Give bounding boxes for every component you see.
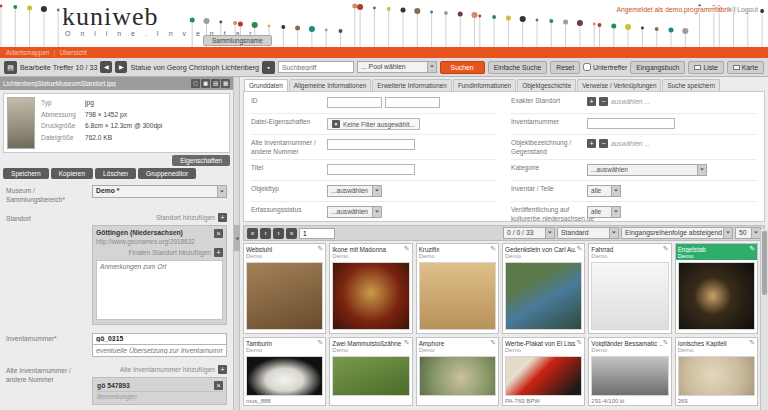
tab-erweiterte-informationen[interactable]: Erweiterte Informationen: [372, 79, 452, 91]
layout-select[interactable]: Standard: [557, 227, 619, 239]
next-record-button[interactable]: ▶: [115, 61, 127, 73]
edit-pencil-icon[interactable]: ✎: [317, 339, 323, 347]
edit-pencil-icon[interactable]: ✎: [317, 245, 323, 253]
objektbezeichnung-search-value[interactable]: auswählen ...: [611, 140, 650, 147]
tab-fundinformationen[interactable]: Fundinformationen: [453, 79, 516, 91]
inventar-teile-select[interactable]: alle: [587, 185, 621, 197]
inventarnummer-translation-input[interactable]: [92, 345, 227, 357]
nav-link-uebersicht[interactable]: Übersicht: [59, 49, 86, 56]
previous-record-button[interactable]: ◀: [100, 61, 112, 73]
tab-grunddaten[interactable]: Grunddaten: [244, 79, 288, 91]
properties-button[interactable]: Eigenschaften: [172, 155, 230, 166]
geonames-link[interactable]: http://www.geonames.org/2918632: [96, 238, 223, 245]
tab-suche-speichern[interactable]: Suche speichern: [662, 79, 720, 91]
add-final-standort-button[interactable]: +: [214, 248, 223, 257]
next-page-button[interactable]: ›: [273, 228, 284, 239]
pool-select[interactable]: ... Pool wählen: [357, 61, 437, 73]
search-options-icon[interactable]: ▪: [262, 61, 275, 74]
rotate-icon[interactable]: ◻: [191, 79, 200, 88]
remove-icon[interactable]: −: [599, 139, 608, 148]
result-card[interactable]: Engelstab ✎ Demo: [675, 243, 758, 334]
previous-page-button[interactable]: ‹: [260, 228, 271, 239]
edit-pencil-icon[interactable]: ✎: [576, 245, 582, 253]
tab-objektgeschichte[interactable]: Objektgeschichte: [517, 79, 576, 91]
card-image[interactable]: [419, 262, 496, 330]
group-editor-button[interactable]: Gruppeneditor: [138, 168, 196, 179]
card-image[interactable]: [505, 356, 582, 396]
inventarnummer-search-input[interactable]: [587, 118, 675, 129]
delete-button[interactable]: Löschen: [95, 168, 136, 179]
first-page-button[interactable]: «: [247, 228, 258, 239]
card-image[interactable]: [246, 356, 323, 396]
edit-pencil-icon[interactable]: ✎: [490, 339, 496, 347]
result-card[interactable]: Zwei Mammutstoßzähne ✎ Demo: [329, 337, 412, 406]
subhits-checkbox[interactable]: [583, 63, 591, 71]
edit-pencil-icon[interactable]: ✎: [749, 339, 755, 347]
remove-icon[interactable]: −: [599, 97, 608, 106]
alte-nummer-search-input[interactable]: [327, 139, 415, 150]
id-from-input[interactable]: [327, 97, 382, 108]
card-image[interactable]: [591, 356, 668, 396]
page-number-input[interactable]: [299, 228, 335, 239]
print-list-button[interactable]: Liste: [688, 61, 723, 74]
card-image[interactable]: [419, 356, 496, 396]
edit-pencil-icon[interactable]: ✎: [749, 245, 755, 253]
add-icon[interactable]: +: [587, 97, 596, 106]
tab-verweise-verknuepfungen[interactable]: Verweise / Verknüpfungen: [577, 79, 661, 91]
search-input[interactable]: [278, 61, 354, 73]
exakter-standort-value[interactable]: auswählen ...: [611, 98, 650, 105]
scrollbar-thumb[interactable]: [762, 231, 767, 295]
edit-pencil-icon[interactable]: ✎: [663, 245, 669, 253]
card-image[interactable]: [246, 262, 323, 330]
standort-notes-textarea[interactable]: [96, 260, 223, 320]
edit-pencil-icon[interactable]: ✎: [490, 245, 496, 253]
logout-link[interactable]: Logout: [737, 6, 758, 13]
result-card[interactable]: Voigtländer Bessamatic ... ✎ Demo 291-4/…: [588, 337, 671, 406]
print-card-button[interactable]: Karte: [727, 61, 764, 74]
alte-nummer-remarks-placeholder[interactable]: Bemerkungen: [96, 391, 223, 401]
card-image[interactable]: [332, 262, 409, 330]
edit-pencil-icon[interactable]: ✎: [663, 339, 669, 347]
kategorie-select[interactable]: ...auswählen: [587, 164, 707, 176]
reset-button[interactable]: Reset: [550, 61, 580, 74]
edit-pencil-icon[interactable]: ✎: [576, 339, 582, 347]
tab-allgemeine-informationen[interactable]: Allgemeine Informationen: [289, 79, 371, 91]
results-scrollbar[interactable]: [760, 229, 768, 410]
result-card[interactable]: Gedenkstein von Carl Au... ✎ Demo: [502, 243, 585, 334]
nav-link-arbeitsmappen[interactable]: Arbeitsmappen: [6, 49, 50, 56]
result-card[interactable]: Werbe-Plakat von El Liss... ✎ Demo PA-76…: [502, 337, 585, 406]
file-filter-button[interactable]: ▾ Keine Filter ausgewählt...: [327, 118, 420, 130]
search-button[interactable]: Suchen: [440, 61, 485, 74]
id-to-input[interactable]: [385, 97, 440, 108]
museum-select[interactable]: Demo *: [92, 185, 227, 198]
card-image[interactable]: [332, 356, 409, 396]
erfassungsstatus-select[interactable]: ...auswählen: [327, 206, 382, 218]
result-card[interactable]: Amphore ✎ Demo: [416, 337, 499, 406]
result-card[interactable]: Ikone mit Madonna ✎ Demo: [329, 243, 412, 334]
per-page-select[interactable]: 50: [735, 227, 761, 239]
remove-standort-icon[interactable]: ×: [214, 229, 223, 238]
result-count-select[interactable]: 0 / 0 / 33: [503, 227, 555, 239]
fullscreen-icon[interactable]: ▤: [211, 79, 220, 88]
titel-search-input[interactable]: [327, 164, 415, 175]
zoom-icon[interactable]: ▣: [201, 79, 210, 88]
edit-pencil-icon[interactable]: ✎: [404, 245, 410, 253]
add-alte-nummer-button[interactable]: +: [218, 365, 227, 374]
card-image[interactable]: [678, 262, 755, 330]
collection-name-button[interactable]: Sammlungsname: [203, 35, 272, 46]
result-card[interactable]: Tamburin ✎ Demo mus_888: [243, 337, 326, 406]
sort-order-select[interactable]: Eingangsreihenfolge absteigend: [621, 227, 733, 239]
result-card[interactable]: Ionisches Kapitell ✎ Demo 369: [675, 337, 758, 406]
card-image[interactable]: [678, 356, 755, 396]
result-card[interactable]: Fahrrad ✎ Demo: [588, 243, 671, 334]
record-thumbnail[interactable]: [7, 97, 35, 149]
download-icon[interactable]: ▦: [221, 79, 230, 88]
last-page-button[interactable]: »: [286, 228, 297, 239]
accession-book-button[interactable]: Eingangsbuch: [630, 61, 685, 74]
remove-alte-nummer-icon[interactable]: ×: [214, 381, 223, 390]
add-icon[interactable]: +: [587, 139, 596, 148]
result-card[interactable]: Webstuhl ✎ Demo: [243, 243, 326, 334]
copy-button[interactable]: Kopieren: [51, 168, 93, 179]
veroeffentlichung-select[interactable]: alle: [587, 206, 621, 218]
card-image[interactable]: [591, 262, 668, 330]
